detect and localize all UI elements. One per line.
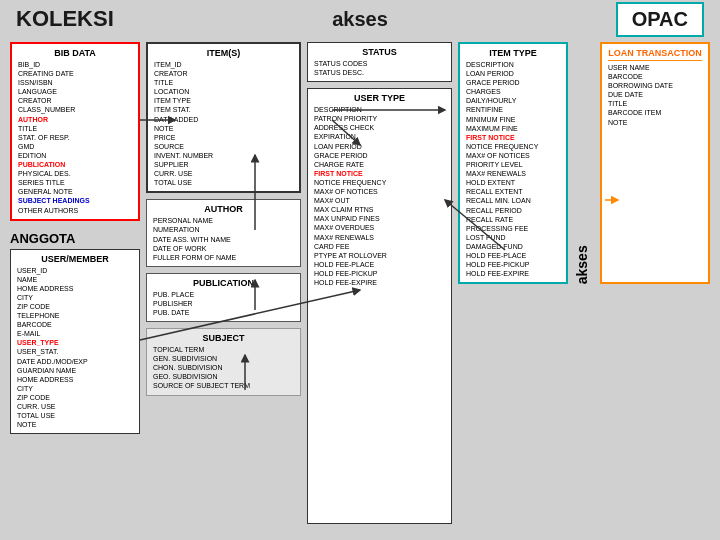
um-item: CITY (17, 384, 133, 393)
items-item: SOURCE (154, 142, 293, 151)
loan-title: LOAN TRANSACTION (608, 48, 702, 61)
it-item: RENTIFINE (466, 105, 560, 114)
loan-item: DUE DATE (608, 90, 702, 99)
loan-item: BARCODE (608, 72, 702, 81)
user-member-box: USER/MEMBER USER_ID NAME HOME ADDRESS CI… (10, 249, 140, 435)
header: KOLEKSI akses OPAC (0, 0, 720, 38)
anggota-label: ANGGOTA (10, 231, 140, 246)
page-title: KOLEKSI (16, 6, 114, 32)
bib-data-item: LANGUAGE (18, 87, 132, 96)
ut-item: DESCRIPTION (314, 105, 445, 114)
um-item: USER_ID (17, 266, 133, 275)
author-title: AUTHOR (153, 204, 294, 214)
ut-item: HOLD FEE-EXPIRE (314, 278, 445, 287)
um-item: HOME ADDRESS (17, 375, 133, 384)
um-item: CITY (17, 293, 133, 302)
status-usertype-column: STATUS STATUS CODES STATUS DESC. USER TY… (307, 42, 452, 524)
loan-item: NOTE (608, 118, 702, 127)
um-user-type: USER_TYPE (17, 338, 133, 347)
ut-item: NOTICE FREQUENCY (314, 178, 445, 187)
it-item: LOST FUND (466, 233, 560, 242)
items-item: LOCATION (154, 87, 293, 96)
right-top: ITEM TYPE DESCRIPTION LOAN PERIOD GRACE … (458, 42, 710, 284)
ut-item: MAX# RENEWALS (314, 233, 445, 242)
publication-title: PUBLICATION (153, 278, 294, 288)
bib-data-subject: SUBJECT HEADINGS (18, 196, 132, 205)
loan-item: BORROWING DATE (608, 81, 702, 90)
subject-title: SUBJECT (153, 333, 294, 343)
anggota-section: ANGGOTA USER/MEMBER USER_ID NAME HOME AD… (10, 231, 140, 435)
items-item: INVENT. NUMBER (154, 151, 293, 160)
loan-transaction-box: LOAN TRANSACTION USER NAME BARCODE BORRO… (600, 42, 710, 284)
it-item: MAXIMUM FINE (466, 124, 560, 133)
bib-data-item: TITLE (18, 124, 132, 133)
bib-data-item: PHYSICAL DES. (18, 169, 132, 178)
bib-data-item: EDITION (18, 151, 132, 160)
items-item: ITEM_ID (154, 60, 293, 69)
subject-item: CHON. SUBDIVISION (153, 363, 294, 372)
author-item: DATE OF WORK (153, 244, 294, 253)
subject-item: TOPICAL TERM (153, 345, 294, 354)
items-item: TOTAL USE (154, 178, 293, 187)
um-item: BARCODE (17, 320, 133, 329)
ut-item: GRACE PERIOD (314, 151, 445, 160)
items-item: TITLE (154, 78, 293, 87)
bib-data-item: CREATOR (18, 96, 132, 105)
it-first-notice: FIRST NOTICE (466, 133, 560, 142)
items-item: CREATOR (154, 69, 293, 78)
um-item: NAME (17, 275, 133, 284)
author-item: NUMERATION (153, 225, 294, 234)
bib-data-item: CLASS_NUMBER (18, 105, 132, 114)
it-item: HOLD EXTENT (466, 178, 560, 187)
status-box: STATUS STATUS CODES STATUS DESC. (307, 42, 452, 82)
it-item: HOLD FEE-EXPIRE (466, 269, 560, 278)
ut-item: MAX CLAIM RTNS (314, 205, 445, 214)
pub-item: PUB. DATE (153, 308, 294, 317)
it-item: NOTICE FREQUENCY (466, 142, 560, 151)
bib-data-item: CREATING DATE (18, 69, 132, 78)
author-item: PERSONAL NAME (153, 216, 294, 225)
items-item: SUPPLIER (154, 160, 293, 169)
user-type-box: USER TYPE DESCRIPTION PATRON PRIORITY AD… (307, 88, 452, 524)
status-item: STATUS CODES (314, 59, 445, 68)
it-item: RECALL MIN. LOAN (466, 196, 560, 205)
it-item: DAMAGED FUND (466, 242, 560, 251)
main-container: KOLEKSI akses OPAC BIB DATA BIB_ID CREAT… (0, 0, 720, 540)
author-item: FULLER FORM OF NAME (153, 253, 294, 262)
bib-data-publication: PUBLICATION (18, 160, 132, 169)
it-item: RECALL EXTENT (466, 187, 560, 196)
items-box: ITEM(S) ITEM_ID CREATOR TITLE LOCATION I… (146, 42, 301, 193)
right-section: ITEM TYPE DESCRIPTION LOAN PERIOD GRACE … (458, 42, 710, 524)
um-item: GUARDIAN NAME (17, 366, 133, 375)
it-item: HOLD FEE-PLACE (466, 251, 560, 260)
um-item: NOTE (17, 420, 133, 429)
bib-data-item: GENERAL NOTE (18, 187, 132, 196)
bib-data-item: BIB_ID (18, 60, 132, 69)
user-member-title: USER/MEMBER (17, 254, 133, 264)
items-item: PRICE (154, 133, 293, 142)
items-item: ITEM TYPE (154, 96, 293, 105)
ut-item: HOLD FEE-PLACE (314, 260, 445, 269)
um-item: CURR. USE (17, 402, 133, 411)
content-area: BIB DATA BIB_ID CREATING DATE ISSN/ISBN … (0, 38, 720, 528)
it-item: MAX# OF NOTICES (466, 151, 560, 160)
bib-data-author: AUTHOR (18, 115, 132, 124)
um-item: ZIP CODE (17, 302, 133, 311)
ut-first-notice: FIRST NOTICE (314, 169, 445, 178)
loan-item: USER NAME (608, 63, 702, 72)
it-item: LOAN PERIOD (466, 69, 560, 78)
it-item: PROCESSING FEE (466, 224, 560, 233)
um-item: TOTAL USE (17, 411, 133, 420)
ut-item: CHARGE RATE (314, 160, 445, 169)
um-item: E-MAIL (17, 329, 133, 338)
ut-item: CARD FEE (314, 242, 445, 251)
ut-item: HOLD FEE-PICKUP (314, 269, 445, 278)
ut-item: LOAN PERIOD (314, 142, 445, 151)
bib-data-item: SERIES TITLE (18, 178, 132, 187)
it-item: DAILY/HOURLY (466, 96, 560, 105)
bib-data-item: GMD (18, 142, 132, 151)
status-title: STATUS (314, 47, 445, 57)
um-item: HOME ADDRESS (17, 284, 133, 293)
item-type-box: ITEM TYPE DESCRIPTION LOAN PERIOD GRACE … (458, 42, 568, 284)
it-item: MAX# RENEWALS (466, 169, 560, 178)
